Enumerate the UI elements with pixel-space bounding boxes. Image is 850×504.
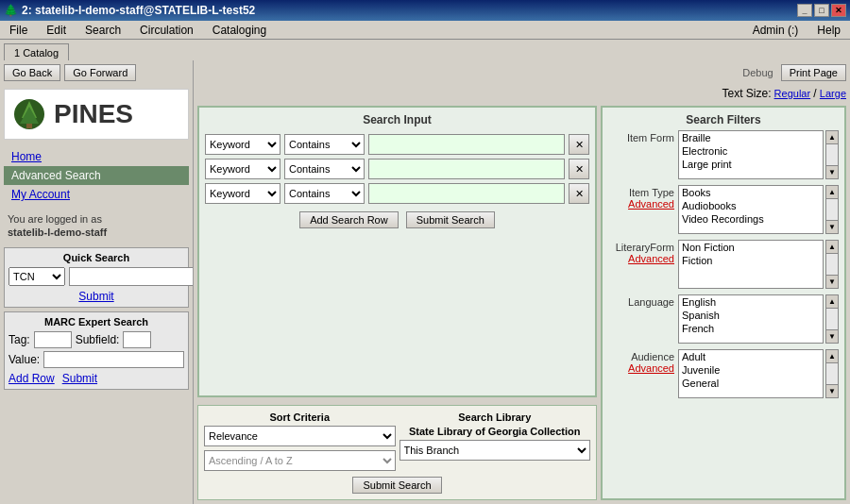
scrollbar-up-icon[interactable]: ▲ xyxy=(826,241,838,254)
marc-value-input[interactable] xyxy=(43,351,184,368)
search-text-input-1[interactable] xyxy=(368,159,565,179)
scrollbar-up-icon[interactable]: ▲ xyxy=(826,186,838,199)
quick-search-submit[interactable]: Submit xyxy=(8,290,184,303)
clear-row-0-button[interactable]: ✕ xyxy=(569,134,589,155)
menu-file[interactable]: File xyxy=(4,23,33,38)
clear-row-1-button[interactable]: ✕ xyxy=(569,159,589,179)
search-library-title: Search Library xyxy=(400,412,591,423)
literary-form-option-nonfiction[interactable]: Non Fiction xyxy=(679,241,823,254)
literary-form-scrollbar[interactable]: ▲ ▼ xyxy=(825,240,839,289)
search-type-select-2[interactable]: KeywordTitleAuthorSubject xyxy=(205,183,280,204)
close-button[interactable]: ✕ xyxy=(831,4,846,17)
search-text-input-2[interactable] xyxy=(368,183,565,204)
minimize-button[interactable]: _ xyxy=(797,4,812,17)
admin-link[interactable]: Admin (:) xyxy=(747,23,805,38)
sort-relevance-select[interactable]: Relevance Title Author Publication Date xyxy=(204,426,396,446)
audience-option-adult[interactable]: Adult xyxy=(679,350,823,363)
language-option-spanish[interactable]: Spanish xyxy=(679,309,823,322)
sidebar: Go Back Go Forward PINES Home Advanced S… xyxy=(0,60,194,504)
item-form-option-electronic[interactable]: Electronic xyxy=(679,144,823,158)
menu-cataloging[interactable]: Cataloging xyxy=(207,23,272,38)
audience-label: Audience xyxy=(608,351,674,362)
audience-option-general[interactable]: General xyxy=(679,377,823,390)
audience-listbox[interactable]: Adult Juvenile General xyxy=(678,349,824,398)
literary-form-listbox[interactable]: Non Fiction Fiction xyxy=(678,240,824,289)
advanced-search-link[interactable]: Advanced Search xyxy=(4,166,189,185)
sort-order-select[interactable]: Ascending / A to Z Descending / Z to A xyxy=(204,450,396,471)
scrollbar-track xyxy=(826,144,838,165)
item-form-option-large-print[interactable]: Large print xyxy=(679,158,823,171)
my-account-link[interactable]: My Account xyxy=(4,185,189,204)
scrollbar-down-icon[interactable]: ▼ xyxy=(826,384,838,397)
literary-form-option-fiction[interactable]: Fiction xyxy=(679,254,823,267)
quick-search-type-select[interactable]: TCN Keyword Title Author xyxy=(8,267,65,286)
sort-criteria-title: Sort Criteria xyxy=(204,412,396,423)
search-condition-select-2[interactable]: ContainsDoes Not ContainIs xyxy=(284,183,365,204)
language-option-french[interactable]: French xyxy=(679,322,823,335)
nav-buttons: Go Back Go Forward xyxy=(0,60,193,85)
marc-tag-input[interactable] xyxy=(34,331,72,348)
submit-search-bottom: Submit Search xyxy=(204,477,590,494)
item-form-list-wrapper: Braille Electronic Large print ▲ ▼ xyxy=(678,130,839,179)
menu-circulation[interactable]: Circulation xyxy=(134,23,199,38)
search-type-select-0[interactable]: KeywordTitleAuthorSubject xyxy=(205,134,280,155)
item-type-option-books[interactable]: Books xyxy=(679,186,823,199)
search-filters-title: Search Filters xyxy=(608,113,839,126)
search-text-input-0[interactable] xyxy=(368,134,565,155)
literary-form-advanced-link[interactable]: Advanced xyxy=(608,253,674,264)
marc-submit-link[interactable]: Submit xyxy=(62,372,97,385)
svg-rect-3 xyxy=(26,124,32,128)
go-back-button[interactable]: Go Back xyxy=(4,64,60,81)
scrollbar-up-icon[interactable]: ▲ xyxy=(826,350,838,363)
scrollbar-down-icon[interactable]: ▼ xyxy=(826,220,838,233)
item-type-option-audiobooks[interactable]: Audiobooks xyxy=(679,199,823,212)
add-search-row-button[interactable]: Add Search Row xyxy=(299,211,399,228)
audience-option-juvenile[interactable]: Juvenile xyxy=(679,363,823,377)
scrollbar-down-icon[interactable]: ▼ xyxy=(826,329,838,343)
item-type-advanced-link[interactable]: Advanced xyxy=(608,198,674,210)
menu-edit[interactable]: Edit xyxy=(41,23,72,38)
item-type-option-video[interactable]: Video Recordings xyxy=(679,212,823,226)
audience-scrollbar[interactable]: ▲ ▼ xyxy=(825,349,839,398)
bottom-submit-search-button[interactable]: Submit Search xyxy=(352,477,441,494)
scrollbar-down-icon[interactable]: ▼ xyxy=(826,165,838,178)
sidebar-nav: Home Advanced Search My Account xyxy=(0,143,193,208)
text-size-large[interactable]: Large xyxy=(820,88,846,99)
language-listbox[interactable]: English Spanish French xyxy=(678,294,824,344)
search-type-select-1[interactable]: KeywordTitleAuthorSubject xyxy=(205,159,280,179)
clear-row-2-button[interactable]: ✕ xyxy=(569,183,589,204)
language-scrollbar[interactable]: ▲ ▼ xyxy=(825,294,839,344)
text-size-area: Text Size: Regular / Large xyxy=(197,87,846,100)
search-input-title: Search Input xyxy=(205,113,589,126)
item-type-scrollbar[interactable]: ▲ ▼ xyxy=(825,185,839,234)
submit-search-button[interactable]: Submit Search xyxy=(406,211,495,228)
search-condition-select-0[interactable]: ContainsDoes Not ContainIs xyxy=(284,134,365,155)
search-input-panel: Search Input KeywordTitleAuthorSubject C… xyxy=(197,106,597,397)
text-size-separator: / xyxy=(813,87,820,100)
help-link[interactable]: Help xyxy=(811,23,846,38)
marc-add-row-link[interactable]: Add Row xyxy=(8,372,55,385)
scrollbar-down-icon[interactable]: ▼ xyxy=(826,275,838,288)
marc-subfield-input[interactable] xyxy=(123,331,151,348)
item-form-scrollbar[interactable]: ▲ ▼ xyxy=(825,130,839,179)
item-form-listbox[interactable]: Braille Electronic Large print xyxy=(678,130,824,179)
text-size-regular[interactable]: Regular xyxy=(774,88,811,99)
tab-catalog[interactable]: 1 Catalog xyxy=(4,43,69,60)
scrollbar-up-icon[interactable]: ▲ xyxy=(826,295,838,309)
home-link[interactable]: Home xyxy=(4,147,189,166)
scrollbar-up-icon[interactable]: ▲ xyxy=(826,131,838,144)
menu-search[interactable]: Search xyxy=(79,23,127,38)
quick-search-input[interactable] xyxy=(69,267,194,286)
search-condition-select-1[interactable]: ContainsDoes Not ContainIs xyxy=(284,159,365,179)
maximize-button[interactable]: □ xyxy=(814,4,829,17)
item-form-label: Item Form xyxy=(608,132,674,143)
language-option-english[interactable]: English xyxy=(679,295,823,309)
audience-advanced-link[interactable]: Advanced xyxy=(608,362,674,374)
library-column: Search Library State Library of Georgia … xyxy=(400,412,591,471)
print-page-button[interactable]: Print Page xyxy=(781,64,846,81)
item-type-listbox[interactable]: Books Audiobooks Video Recordings xyxy=(678,185,824,234)
branch-select[interactable]: This Branch All Libraries My Library xyxy=(400,440,591,461)
go-forward-button[interactable]: Go Forward xyxy=(64,64,136,81)
item-form-option-braille[interactable]: Braille xyxy=(679,131,823,144)
logged-in-user: statelib-l-demo-staff xyxy=(0,227,193,244)
